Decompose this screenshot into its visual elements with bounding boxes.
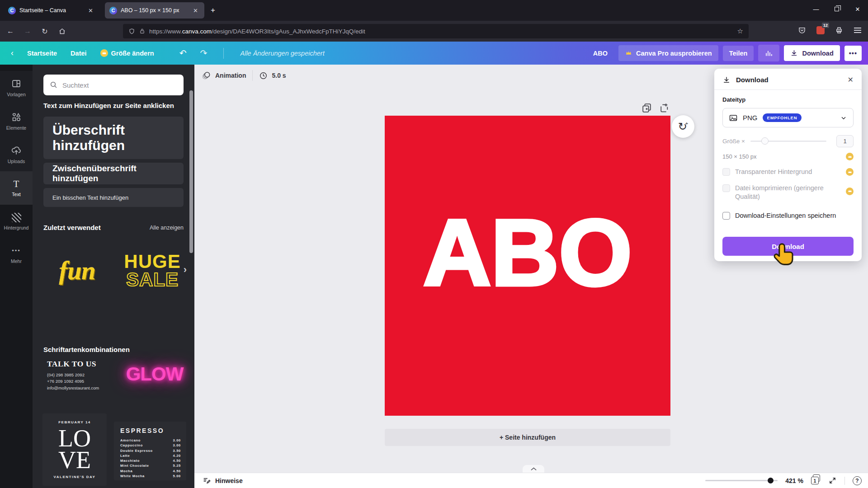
sidebar-item-mehr[interactable]: ••• Mehr — [0, 238, 33, 272]
sidebar-item-vorlagen[interactable]: Vorlagen — [0, 71, 33, 104]
slider-knob[interactable] — [761, 137, 769, 145]
close-button[interactable]: ✕ — [847, 0, 868, 18]
restore-button[interactable] — [826, 0, 847, 18]
menu-hamburger-icon[interactable] — [852, 24, 863, 36]
help-button[interactable]: ? — [853, 476, 862, 485]
zoom-slider-knob[interactable] — [768, 478, 774, 483]
timeline-collapse-button[interactable] — [523, 465, 544, 473]
page-count-button[interactable]: 1 — [811, 476, 821, 485]
menu-item: Americano3.00 — [120, 438, 181, 443]
option-transparent[interactable]: Transparenter Hintergrund — [722, 168, 854, 177]
home-button[interactable] — [55, 24, 69, 38]
resize-menu[interactable]: Größe ändern — [100, 49, 154, 57]
hamburger-glyph — [854, 28, 861, 33]
menu-item: Cappuccino3.00 — [120, 443, 181, 448]
bookmark-star-icon[interactable]: ☆ — [737, 27, 743, 35]
show-all-link[interactable]: Alle anzeigen — [150, 225, 184, 231]
sidebar-item-label: Hintergrund — [4, 225, 29, 230]
duplicate-page-icon[interactable] — [641, 102, 652, 113]
tab-title: ABO – 150 px × 150 px — [121, 7, 188, 14]
download-toolbar-button[interactable]: Download — [784, 45, 840, 61]
combo-line: +76 209 1092 4095 — [47, 378, 115, 385]
share-button[interactable]: Teilen — [723, 46, 754, 61]
crown-icon — [100, 49, 108, 57]
templates-icon — [11, 78, 22, 89]
magic-redesign-button[interactable]: ↻+ — [672, 115, 694, 138]
add-page-button[interactable]: + Seite hinzufügen — [385, 429, 670, 446]
recent-style-fun[interactable]: fun — [43, 245, 111, 296]
back-button[interactable]: ← — [4, 24, 17, 38]
url-bar[interactable]: https://www.canva.com/design/DAE4WOR3Its… — [123, 24, 749, 38]
pocket-icon[interactable] — [796, 24, 808, 36]
checkbox-compress[interactable] — [722, 184, 730, 192]
text-panel: Text zum Hinzufügen zur Seite anklicken … — [33, 65, 194, 488]
print-icon[interactable] — [833, 24, 845, 36]
divider — [844, 477, 845, 485]
add-heading-card[interactable]: Überschrift hinzufügen — [43, 117, 184, 159]
reload-button[interactable]: ↻ — [38, 24, 52, 38]
lock-icon — [139, 28, 145, 34]
sidebar-item-uploads[interactable]: Uploads — [0, 138, 33, 171]
forward-button[interactable]: → — [21, 24, 34, 38]
combo-talk-to-us[interactable]: TALK TO US (04) 298 3985 2092 +76 209 10… — [47, 359, 115, 391]
zoom-slider[interactable] — [705, 480, 778, 481]
home-icon — [58, 28, 66, 35]
divider — [223, 48, 224, 59]
redo-button[interactable]: ↷ — [200, 48, 208, 58]
design-artboard[interactable]: ABO — [385, 116, 670, 416]
back-chevron-icon[interactable]: ‹ — [11, 48, 14, 58]
panel-scrollbar[interactable] — [189, 90, 193, 253]
combo-glow[interactable]: GLOW — [123, 358, 186, 390]
search-box[interactable] — [43, 75, 184, 95]
file-menu[interactable]: Datei — [71, 50, 86, 57]
tab-close-icon[interactable]: ✕ — [191, 6, 200, 15]
dimensions-value: 150 × 150 px — [722, 153, 757, 160]
scroll-right-icon[interactable]: › — [184, 265, 187, 275]
try-pro-button[interactable]: Canva Pro ausprobieren — [618, 45, 718, 61]
crown-icon — [848, 170, 852, 174]
tab-close-icon[interactable]: ✕ — [86, 6, 95, 15]
size-slider[interactable] — [750, 141, 826, 142]
size-input[interactable] — [836, 135, 854, 147]
animation-button[interactable]: Animation — [202, 71, 246, 80]
tab-startseite[interactable]: C Startseite – Canva ✕ — [4, 2, 99, 19]
tab-design[interactable]: C ABO – 150 px × 150 px ✕ — [105, 2, 204, 19]
checkbox-save-settings[interactable] — [722, 212, 730, 220]
add-subheading-card[interactable]: Zwischenüberschrift hinzufügen — [43, 163, 184, 184]
design-title[interactable]: ABO — [587, 46, 614, 61]
pro-crown-badge — [846, 153, 854, 160]
url-text: https://www.canva.com/design/DAE4WOR3Its… — [149, 28, 365, 35]
more-options-button[interactable]: ••• — [844, 46, 862, 61]
shield-icon[interactable] — [128, 28, 135, 35]
fullscreen-icon[interactable] — [828, 476, 837, 485]
combo-love-card[interactable]: FEBRUARY 14 LO VE VALENTINE'S DAY — [42, 413, 107, 486]
search-input[interactable] — [62, 81, 177, 89]
filetype-value: PNG — [743, 114, 758, 122]
sidebar-item-text[interactable]: T Text — [0, 171, 33, 205]
recent-style-huge-sale[interactable]: HUGE SALE › — [118, 244, 186, 297]
new-tab-button[interactable]: + — [211, 6, 215, 15]
zoom-value[interactable]: 421 % — [785, 477, 803, 484]
menu-title: ESPRESSO — [120, 427, 181, 434]
undo-button[interactable]: ↶ — [179, 48, 187, 58]
notes-button[interactable]: Hinweise — [203, 476, 243, 485]
duration-button[interactable]: 5.0 s — [259, 71, 286, 80]
insights-button[interactable] — [758, 45, 779, 61]
add-page-icon[interactable] — [659, 102, 670, 113]
image-icon — [729, 113, 738, 122]
option-save-settings[interactable]: Download-Einstellungen speichern — [722, 211, 854, 221]
combo-espresso-card[interactable]: ESPRESSO Americano3.00 Cappuccino3.00 Do… — [114, 422, 186, 480]
add-bodytext-card[interactable]: Ein bisschen Text hinzufügen — [43, 188, 184, 207]
checkbox-transparent[interactable] — [722, 168, 730, 176]
option-compress[interactable]: Datei komprimieren (geringere Qualität) — [722, 184, 854, 202]
extension-icon[interactable]: 12 — [815, 24, 826, 36]
minimize-button[interactable]: — — [806, 0, 826, 18]
filetype-select[interactable]: PNG EMPFOHLEN — [722, 108, 854, 127]
sidebar-item-hintergrund[interactable]: Hintergrund — [0, 205, 33, 238]
menu-item: Macchiato4.50 — [120, 458, 181, 463]
divider — [252, 70, 253, 81]
sidebar-item-elemente[interactable]: Elemente — [0, 104, 33, 138]
home-link[interactable]: Startseite — [27, 50, 57, 57]
close-icon[interactable]: ✕ — [848, 75, 854, 84]
artwork-text[interactable]: ABO — [423, 199, 632, 333]
